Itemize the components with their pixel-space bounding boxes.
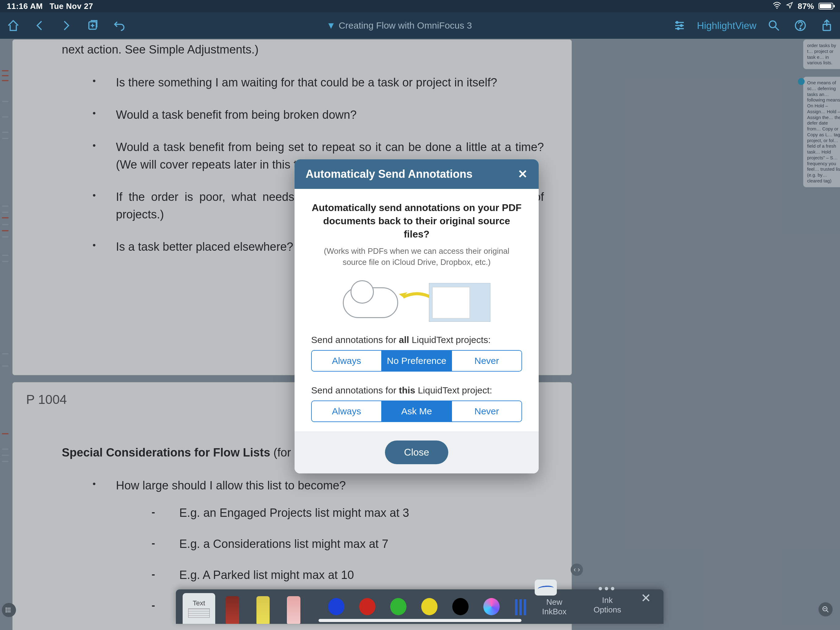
body-text: E.g. an Engaged Projects list might max … [152, 504, 544, 522]
filter-icon[interactable] [666, 12, 693, 39]
battery-percent: 87% [797, 2, 814, 11]
undo-button[interactable] [106, 12, 132, 39]
body-text: E.g. A Parked list might max at 10 [152, 566, 544, 584]
svg-point-10 [6, 610, 6, 610]
seg2-label: Send annotations for this LiquidText pro… [311, 385, 522, 396]
svg-point-3 [681, 25, 682, 27]
close-inkbar-button[interactable]: ✕ [641, 591, 651, 605]
svg-point-2 [676, 22, 678, 24]
seg2-always[interactable]: Always [312, 401, 381, 421]
color-black[interactable] [452, 598, 469, 615]
status-time: 11:16 AM [7, 2, 43, 11]
excerpt-card[interactable]: order tasks by t… project or task e… in … [803, 40, 840, 69]
seg-this-project: Always Ask Me Never [311, 400, 522, 422]
new-inkbox-icon[interactable] [535, 579, 557, 595]
page-minimap[interactable] [0, 40, 11, 630]
body-text: next action. See Simple Adjustments.) [62, 41, 544, 59]
seg1-never[interactable]: Never [452, 351, 521, 371]
new-inkbox-label: New InkBox [535, 597, 574, 616]
more-icon[interactable]: ••• [589, 582, 626, 595]
document-title[interactable]: ▼Creating Flow with OmniFocus 3 [132, 20, 666, 31]
color-yellow[interactable] [421, 598, 437, 615]
share-button[interactable] [813, 12, 840, 39]
send-annotations-dialog: Automaticaly Send Annotations ✕ Automati… [295, 159, 539, 473]
status-bar: 11:16 AM Tue Nov 27 87% [0, 0, 840, 12]
dialog-lead: Automatically send annotations on your P… [311, 201, 522, 241]
color-blue[interactable] [328, 598, 344, 615]
status-date: Tue Nov 27 [49, 2, 93, 11]
svg-point-7 [800, 28, 801, 29]
section-heading: Special Considerations for Flow Lists [62, 446, 270, 459]
body-text: Is there something I am waiting for that… [93, 74, 544, 91]
battery-icon [818, 3, 833, 9]
seg1-no-preference[interactable]: No Preference [381, 351, 452, 371]
add-document-button[interactable] [79, 12, 106, 39]
seg1-always[interactable]: Always [312, 351, 381, 371]
svg-point-0 [777, 7, 778, 9]
eraser-tool[interactable] [287, 596, 300, 624]
svg-point-4 [677, 28, 679, 30]
excerpt-card[interactable]: One means of sc… deferring tasks an… fol… [803, 77, 840, 187]
pen-tool[interactable] [226, 596, 239, 624]
dialog-illustration [343, 281, 490, 321]
forward-button[interactable] [53, 12, 79, 39]
back-button[interactable] [27, 12, 53, 39]
location-icon [786, 2, 793, 11]
seg1-label: Send annotations for all LiquidText proj… [311, 335, 522, 345]
color-picker[interactable] [483, 598, 500, 615]
dropdown-icon: ▼ [327, 20, 336, 30]
app-toolbar: ▼Creating Flow with OmniFocus 3 Highligh… [0, 12, 840, 39]
zoom-out-button[interactable] [818, 602, 833, 616]
help-button[interactable] [787, 12, 813, 39]
svg-point-5 [769, 21, 776, 28]
color-red[interactable] [359, 598, 376, 615]
page-number: P 1004 [26, 390, 67, 409]
seg2-never[interactable]: Never [452, 401, 521, 421]
home-button[interactable] [0, 12, 27, 39]
wifi-icon [772, 2, 782, 11]
home-indicator [319, 619, 521, 622]
text-tool[interactable]: Text [183, 593, 215, 624]
color-green[interactable] [390, 598, 406, 615]
pane-resize-handle[interactable]: ‹ › [571, 564, 583, 576]
dialog-sublead: (Works with PDFs when we can access thei… [311, 245, 522, 268]
close-icon[interactable]: ✕ [518, 167, 527, 181]
link-icon [798, 78, 805, 85]
dialog-title: Automaticaly Send Annotations [306, 168, 518, 180]
svg-point-9 [6, 608, 6, 608]
ink-options-label: Ink Options [589, 595, 626, 615]
body-text: Would a task benefit from being broken d… [93, 106, 544, 123]
workspace-notes[interactable]: order tasks by t… project or task e… in … [803, 40, 840, 195]
toc-button[interactable] [2, 603, 16, 617]
highlighter-tool[interactable] [256, 596, 270, 624]
body-text: E.g. a Considerations list might max at … [152, 535, 544, 553]
highlight-view-button[interactable]: HighlightView [693, 20, 761, 32]
svg-point-11 [6, 611, 6, 612]
seg2-ask-me[interactable]: Ask Me [381, 401, 452, 421]
close-button[interactable]: Close [385, 440, 448, 464]
seg-all-projects: Always No Preference Never [311, 350, 522, 372]
stroke-width-picker[interactable] [515, 599, 527, 615]
search-button[interactable] [761, 12, 787, 39]
